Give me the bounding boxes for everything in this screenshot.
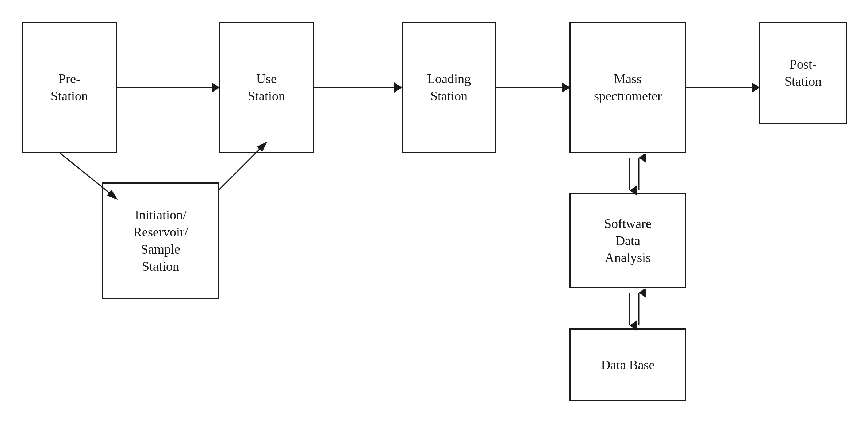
loading-station-box: LoadingStation <box>402 22 496 153</box>
mass-spectrometer-label: Massspectrometer <box>594 70 662 105</box>
software-label: SoftwareDataAnalysis <box>604 215 652 266</box>
post-station-box: Post-Station <box>759 22 847 124</box>
arrow-use-to-loading <box>314 87 402 88</box>
diag-arrow-svg <box>57 151 137 210</box>
software-box: SoftwareDataAnalysis <box>569 193 686 288</box>
arrow-pre-to-initiation <box>57 151 137 211</box>
pre-station-label: Pre-Station <box>51 70 88 105</box>
arrow-pre-to-use <box>117 87 219 88</box>
arrow-mass-to-post <box>686 87 759 88</box>
database-box: Data Base <box>569 328 686 401</box>
svg-line-1 <box>60 153 117 199</box>
arrow-mass-software-double <box>621 154 650 197</box>
database-label: Data Base <box>601 357 655 374</box>
arrow-loading-to-mass <box>496 87 569 88</box>
diag-arrow2-svg <box>215 139 274 195</box>
mass-spectrometer-box: Massspectrometer <box>569 22 686 153</box>
post-station-label: Post-Station <box>784 56 822 90</box>
initiation-label: Initiation/Reservoir/SampleStation <box>133 207 188 275</box>
svg-line-3 <box>219 142 266 190</box>
arrow-initiation-to-use <box>215 139 274 197</box>
pre-station-box: Pre-Station <box>22 22 117 153</box>
loading-station-label: LoadingStation <box>427 70 471 105</box>
dbl-arrow-v2-svg <box>621 289 650 331</box>
diagram: Pre-Station UseStation LoadingStation Ma… <box>0 0 868 447</box>
dbl-arrow-v1-svg <box>621 154 650 196</box>
arrow-software-database-double <box>621 289 650 332</box>
use-station-label: UseStation <box>248 70 285 105</box>
use-station-box: UseStation <box>219 22 314 153</box>
